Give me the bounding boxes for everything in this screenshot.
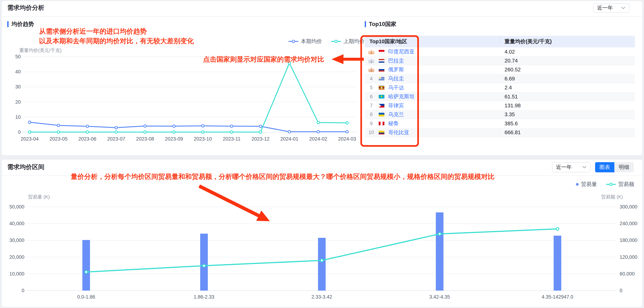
range-time-value: 近一年 xyxy=(556,164,572,171)
svg-text:2024-02: 2024-02 xyxy=(309,136,327,142)
rank-crown-icon: 1 xyxy=(367,49,375,55)
rank-number: 9 xyxy=(367,121,375,126)
country-link[interactable]: 印度尼西亚 xyxy=(388,48,414,55)
country-link[interactable]: 俄罗斯 xyxy=(388,66,404,73)
table-row[interactable]: 8乌克兰3.35 xyxy=(365,110,635,119)
country-link[interactable]: 菲律宾 xyxy=(388,102,404,109)
flag-icon-py xyxy=(378,59,384,63)
country-cell: 3俄罗斯 xyxy=(365,65,500,74)
country-link[interactable]: 乌克兰 xyxy=(388,111,404,118)
table-row[interactable]: 10哥伦比亚666.81 xyxy=(365,128,635,137)
country-cell: 2巴拉圭 xyxy=(365,56,500,65)
svg-text:0: 0 xyxy=(18,129,21,135)
trend-series-0 xyxy=(28,121,348,133)
legend-item-series-1[interactable]: 上期均价 xyxy=(331,38,364,45)
avg-price-value: 260.52 xyxy=(500,67,635,73)
trend-legend[interactable]: 本期均价上期均价 xyxy=(288,38,364,45)
avg-price-value: 666.81 xyxy=(500,129,635,135)
svg-text:0: 0 xyxy=(620,288,622,293)
section-accent-bar xyxy=(365,21,366,27)
legend-item-bar[interactable]: 贸易量 xyxy=(576,181,597,188)
trend-line-chart[interactable]: 010203040502023-042023-052023-062023-072… xyxy=(6,53,360,146)
time-range-value: 近一年 xyxy=(597,4,613,12)
svg-text:10,000: 10,000 xyxy=(9,271,24,277)
flag-icon-ru xyxy=(378,68,384,72)
svg-text:2.33-3.42: 2.33-3.42 xyxy=(312,294,332,300)
svg-text:20,000: 20,000 xyxy=(9,255,24,260)
avg-price-value: 4.02 xyxy=(500,49,635,55)
chevron-down-icon xyxy=(621,6,626,9)
country-link[interactable]: 乌干达 xyxy=(388,84,404,91)
combo-legend[interactable]: 贸易量贸易额 xyxy=(576,181,634,188)
table-row[interactable]: 6哈萨克斯坦61.51 xyxy=(365,92,635,101)
legend-label: 本期均价 xyxy=(301,38,322,45)
svg-text:1: 1 xyxy=(370,51,372,54)
country-cell: 4乌拉圭 xyxy=(365,74,500,83)
flag-icon-ug xyxy=(378,86,384,90)
price-range-combo-chart[interactable]: 010,00020,00030,00040,00050,000060,00012… xyxy=(6,201,640,303)
avg-price-value: 3.35 xyxy=(500,111,635,117)
time-range-select[interactable]: 近一年 xyxy=(593,3,630,13)
country-link[interactable]: 秘鲁 xyxy=(388,120,399,127)
table-row[interactable]: 1印度尼西亚4.02 xyxy=(365,47,635,56)
demand-price-range-card: 需求均价区间 近一年 图表 明细 贸易量贸易额 贸易量 (K) 贸易额 (K) … xyxy=(2,160,642,307)
view-mode-tabs: 图表 明细 xyxy=(595,162,634,172)
svg-text:2023-11: 2023-11 xyxy=(223,136,240,142)
country-link[interactable]: 哥伦比亚 xyxy=(388,129,409,136)
svg-text:2024-03: 2024-03 xyxy=(338,136,356,142)
country-link[interactable]: 哈萨克斯坦 xyxy=(388,93,414,100)
svg-text:2023-09: 2023-09 xyxy=(165,136,183,142)
line-marker-icon xyxy=(288,39,299,43)
country-cell: 8乌克兰 xyxy=(365,110,500,119)
table-row[interactable]: 3俄罗斯260.52 xyxy=(365,65,635,74)
tab-chart-view[interactable]: 图表 xyxy=(595,162,614,172)
combo-right-axis-title: 贸易额 (K) xyxy=(601,194,623,200)
table-row[interactable]: 7菲律宾131.98 xyxy=(365,101,635,110)
section-title-top10: Top10国家 xyxy=(365,20,396,28)
svg-text:0.0-1.86: 0.0-1.86 xyxy=(77,294,95,300)
avg-price-value: 6.69 xyxy=(500,76,635,82)
svg-text:2024-01: 2024-01 xyxy=(280,136,298,142)
legend-item-line[interactable]: 贸易额 xyxy=(606,181,634,188)
svg-text:2023-08: 2023-08 xyxy=(136,136,154,142)
legend-item-series-0[interactable]: 本期均价 xyxy=(288,38,322,45)
country-cell: 9秘鲁 xyxy=(365,119,500,128)
legend-label: 贸易额 xyxy=(618,181,634,188)
svg-text:1.86-2.33: 1.86-2.33 xyxy=(194,294,214,300)
section-title-top10-label: Top10国家 xyxy=(369,20,396,28)
dot-marker-icon xyxy=(576,183,579,186)
svg-text:30: 30 xyxy=(15,84,21,89)
section-accent-bar xyxy=(7,21,8,27)
svg-text:40,000: 40,000 xyxy=(9,221,24,226)
top10-table-body: 1印度尼西亚4.022巴拉圭20.743俄罗斯260.524乌拉圭6.695乌干… xyxy=(365,47,635,137)
top10-table-header: Top10国家/地区 重量均价(美元/千克) xyxy=(365,36,635,47)
table-row[interactable]: 5乌干达2.4 xyxy=(365,83,635,92)
country-cell: 5乌干达 xyxy=(365,83,500,92)
trend-series-1 xyxy=(28,62,348,133)
range-time-select[interactable]: 近一年 xyxy=(552,162,590,172)
tab-detail-view[interactable]: 明细 xyxy=(614,162,634,172)
flag-icon-ph xyxy=(378,104,384,108)
top10-table: Top10国家/地区 重量均价(美元/千克) 1印度尼西亚4.022巴拉圭20.… xyxy=(365,36,635,137)
svg-text:50: 50 xyxy=(15,54,21,59)
section-title-trend-label: 均价趋势 xyxy=(12,20,34,28)
annotation-volume-price-note: 量价分析，分析每个均价区间贸易量和和贸易额，分析哪个价格区间的贸易规模最大？哪个… xyxy=(71,172,494,181)
svg-text:2023-05: 2023-05 xyxy=(50,136,68,142)
country-link[interactable]: 巴拉圭 xyxy=(388,57,404,64)
svg-text:2023-12: 2023-12 xyxy=(252,136,270,142)
country-link[interactable]: 乌拉圭 xyxy=(388,75,404,82)
table-row[interactable]: 9秘鲁385.6 xyxy=(365,119,635,128)
page-title: 需求均价分析 xyxy=(7,4,44,12)
annotation-trend-note: 从需求侧分析近一年的进口均价趋势 以及本期和去年同期的均价对比，有无较大差别变化 xyxy=(39,26,194,46)
demand-avg-price-analysis-card: 需求均价分析 近一年 均价趋势 Top10国家 重量均价(美元/千克) 本期均价… xyxy=(2,1,642,155)
svg-text:2023-06: 2023-06 xyxy=(78,136,96,142)
svg-text:30,000: 30,000 xyxy=(9,238,24,243)
table-row[interactable]: 4乌拉圭6.69 xyxy=(365,74,635,83)
svg-text:4.35-142947.0: 4.35-142947.0 xyxy=(542,294,573,300)
svg-text:300,000: 300,000 xyxy=(620,204,638,210)
rank-number: 7 xyxy=(367,103,375,108)
svg-text:3: 3 xyxy=(370,69,372,72)
table-row[interactable]: 2巴拉圭20.74 xyxy=(365,56,635,65)
avg-price-value: 61.51 xyxy=(500,94,635,100)
flag-icon-co xyxy=(378,131,384,135)
